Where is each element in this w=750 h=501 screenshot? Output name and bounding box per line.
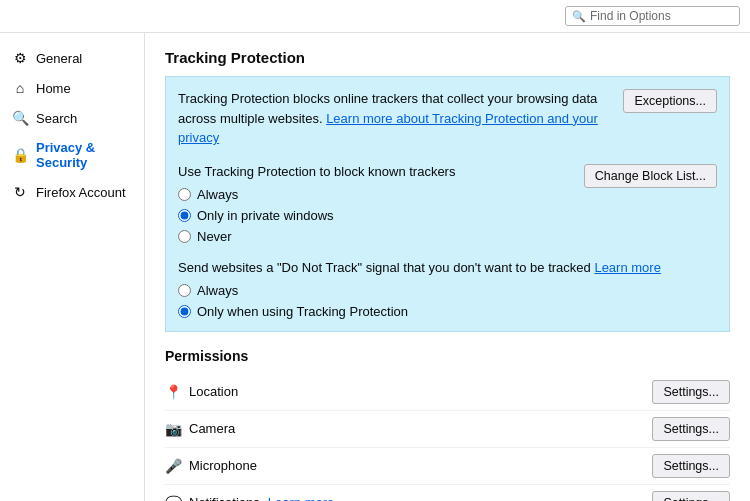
radio-always-label: Always — [197, 187, 238, 202]
dnt-always-item[interactable]: Always — [178, 283, 717, 298]
dnt-learn-more-link[interactable]: Learn more — [594, 260, 660, 275]
camera-settings-button[interactable]: Settings... — [652, 417, 730, 441]
block-trackers-label: Use Tracking Protection to block known t… — [178, 164, 455, 179]
microphone-settings-button[interactable]: Settings... — [652, 454, 730, 478]
sidebar-label-general: General — [36, 51, 82, 66]
dnt-private-item[interactable]: Only when using Tracking Protection — [178, 304, 717, 319]
sidebar-label-privacy: Privacy & Security — [36, 140, 132, 170]
notifications-learn-more-link[interactable]: Learn more — [268, 495, 334, 501]
dnt-label: Send websites a "Do Not Track" signal th… — [178, 260, 717, 275]
sidebar: ⚙ General ⌂ Home 🔍 Search 🔒 Privacy & Se… — [0, 33, 145, 501]
dnt-private-label: Only when using Tracking Protection — [197, 304, 408, 319]
sidebar-item-firefox-account[interactable]: ↻ Firefox Account — [0, 177, 144, 207]
radio-always-input[interactable] — [178, 188, 191, 201]
main-content: Tracking Protection Tracking Protection … — [145, 33, 750, 501]
location-icon: 📍 — [165, 384, 181, 400]
notifications-icon: 💬 — [165, 495, 181, 502]
permission-label-camera: Camera — [189, 421, 235, 436]
tracking-protection-box: Tracking Protection blocks online tracke… — [165, 76, 730, 332]
sidebar-label-firefox-account: Firefox Account — [36, 185, 126, 200]
tracking-intro-text: Tracking Protection blocks online tracke… — [178, 89, 623, 148]
lock-icon: 🔒 — [12, 147, 28, 163]
sidebar-item-home[interactable]: ⌂ Home — [0, 73, 144, 103]
dnt-radio-group: Always Only when using Tracking Protecti… — [178, 283, 717, 319]
notifications-settings-button[interactable]: Settings... — [652, 491, 730, 502]
permission-left-notifications: 💬 Notifications Learn more — [165, 495, 334, 502]
tracking-intro-section: Tracking Protection blocks online tracke… — [178, 89, 717, 148]
radio-never-input[interactable] — [178, 230, 191, 243]
search-icon: 🔍 — [12, 110, 28, 126]
top-bar: 🔍 Find in Options — [0, 0, 750, 33]
permission-left-camera: 📷 Camera — [165, 421, 235, 437]
radio-private-input[interactable] — [178, 209, 191, 222]
tracking-protection-title: Tracking Protection — [165, 49, 730, 66]
permission-left-location: 📍 Location — [165, 384, 238, 400]
permissions-title: Permissions — [165, 348, 730, 364]
exceptions-button[interactable]: Exceptions... — [623, 89, 717, 113]
dnt-always-label: Always — [197, 283, 238, 298]
sidebar-label-search: Search — [36, 111, 77, 126]
sync-icon: ↻ — [12, 184, 28, 200]
microphone-icon: 🎤 — [165, 458, 181, 474]
main-layout: ⚙ General ⌂ Home 🔍 Search 🔒 Privacy & Se… — [0, 33, 750, 501]
sidebar-item-search[interactable]: 🔍 Search — [0, 103, 144, 133]
sidebar-item-general[interactable]: ⚙ General — [0, 43, 144, 73]
location-settings-button[interactable]: Settings... — [652, 380, 730, 404]
permission-row-microphone: 🎤 Microphone Settings... — [165, 448, 730, 485]
tracking-radio-group: Always Only in private windows Never — [178, 187, 455, 244]
dnt-private-input[interactable] — [178, 305, 191, 318]
permission-label-location: Location — [189, 384, 238, 399]
permission-label-microphone: Microphone — [189, 458, 257, 473]
radio-never-label: Never — [197, 229, 232, 244]
radio-private-label: Only in private windows — [197, 208, 334, 223]
find-icon: 🔍 — [572, 10, 586, 23]
find-placeholder-text: Find in Options — [590, 9, 671, 23]
block-trackers-section: Use Tracking Protection to block known t… — [178, 156, 717, 244]
home-icon: ⌂ — [12, 80, 28, 96]
change-block-list-button[interactable]: Change Block List... — [584, 164, 717, 188]
radio-never-item[interactable]: Never — [178, 229, 455, 244]
permission-row-location: 📍 Location Settings... — [165, 374, 730, 411]
sidebar-item-privacy[interactable]: 🔒 Privacy & Security — [0, 133, 144, 177]
gear-icon: ⚙ — [12, 50, 28, 66]
radio-private-item[interactable]: Only in private windows — [178, 208, 455, 223]
permission-row-notifications: 💬 Notifications Learn more Settings... — [165, 485, 730, 502]
block-trackers-left: Use Tracking Protection to block known t… — [178, 164, 455, 244]
find-in-options-box[interactable]: 🔍 Find in Options — [565, 6, 740, 26]
permission-label-notifications: Notifications — [189, 495, 260, 501]
camera-icon: 📷 — [165, 421, 181, 437]
permission-row-camera: 📷 Camera Settings... — [165, 411, 730, 448]
dnt-always-input[interactable] — [178, 284, 191, 297]
permission-left-microphone: 🎤 Microphone — [165, 458, 257, 474]
sidebar-label-home: Home — [36, 81, 71, 96]
dnt-section: Send websites a "Do Not Track" signal th… — [178, 260, 717, 319]
radio-always-item[interactable]: Always — [178, 187, 455, 202]
